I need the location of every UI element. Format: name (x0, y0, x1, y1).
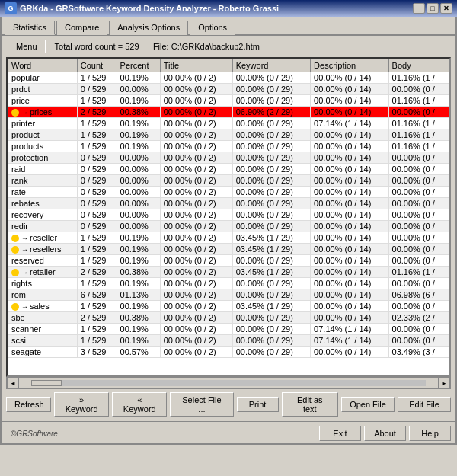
scrollbar-thumb[interactable] (31, 380, 62, 386)
exit-button[interactable]: Exit (319, 426, 361, 441)
cell-word: rom (8, 289, 78, 301)
cell-keyword: 00.00% (0 / 29) (232, 141, 310, 152)
cell-body: 00.00% (0 / (388, 84, 449, 95)
cell-keyword: 00.00% (0 / 29) (232, 72, 310, 84)
scroll-right-button[interactable]: ► (438, 377, 450, 389)
cell-body: 01.16% (1 / (388, 129, 449, 141)
table-row[interactable]: products1 / 52900.19%00.00% (0 / 2)00.00… (8, 141, 449, 152)
about-button[interactable]: About (364, 426, 406, 441)
print-button[interactable]: Print (237, 397, 279, 412)
cell-description: 00.00% (0 / 14) (311, 175, 388, 187)
cell-description: 07.14% (1 / 14) (311, 324, 388, 335)
col-word: Word (8, 59, 78, 72)
cell-count: 3 / 529 (77, 347, 117, 358)
cell-description: 00.00% (0 / 14) (311, 347, 388, 358)
table-row[interactable]: rom6 / 52901.13%00.00% (0 / 2)00.00% (0 … (8, 289, 449, 301)
cell-percent: 00.19% (117, 301, 160, 312)
cell-body: 00.00% (0 / (388, 152, 449, 164)
menu-button[interactable]: Menu (8, 40, 46, 53)
maximize-button[interactable]: □ (427, 3, 439, 14)
data-table-container[interactable]: Word Count Percent Title Keyword Descrip… (6, 57, 451, 377)
tab-options[interactable]: Options (190, 21, 235, 35)
edit-file-button[interactable]: Edit File (398, 397, 451, 412)
tab-compare[interactable]: Compare (56, 21, 107, 35)
table-row[interactable]: →prices2 / 52900.38%00.00% (0 / 2)06.90%… (8, 107, 449, 118)
keyword-icon (11, 235, 19, 242)
cell-word: products (8, 141, 78, 152)
cell-count: 1 / 529 (77, 324, 117, 335)
table-row[interactable]: price1 / 52900.19%00.00% (0 / 2)00.00% (… (8, 95, 449, 107)
cell-keyword: 00.00% (0 / 29) (232, 164, 310, 175)
edit-as-text-button[interactable]: Edit as text (282, 392, 338, 417)
cell-word: seagate (8, 347, 78, 358)
table-row[interactable]: seagate3 / 52900.57%00.00% (0 / 2)00.00%… (8, 347, 449, 358)
cell-title: 00.00% (0 / 2) (160, 244, 232, 255)
title-controls[interactable]: _ □ ✕ (413, 3, 452, 14)
table-row[interactable]: →resellers1 / 52900.19%00.00% (0 / 2)03.… (8, 244, 449, 255)
cell-count: 0 / 529 (77, 209, 117, 221)
table-row[interactable]: redir0 / 52900.00%00.00% (0 / 2)00.00% (… (8, 221, 449, 232)
cell-word: →resellers (8, 244, 78, 255)
cell-count: 1 / 529 (77, 129, 117, 141)
cell-description: 00.00% (0 / 14) (311, 84, 388, 95)
cell-keyword: 00.00% (0 / 29) (232, 129, 310, 141)
cell-title: 00.00% (0 / 2) (160, 347, 232, 358)
cell-count: 1 / 529 (77, 301, 117, 312)
cell-keyword: 00.00% (0 / 29) (232, 278, 310, 289)
minimize-button[interactable]: _ (413, 3, 425, 14)
cell-description: 00.00% (0 / 14) (311, 221, 388, 232)
table-row[interactable]: →retailer2 / 52900.38%00.00% (0 / 2)03.4… (8, 267, 449, 278)
horizontal-scrollbar[interactable]: ◄ ► (6, 377, 451, 389)
table-row[interactable]: rights1 / 52900.19%00.00% (0 / 2)00.00% … (8, 278, 449, 289)
title-bar-left: G GRKda - GRSoftware Keyword Density Ana… (5, 2, 279, 14)
table-row[interactable]: prdct0 / 52900.00%00.00% (0 / 2)00.00% (… (8, 84, 449, 95)
cell-word: reserved (8, 255, 78, 267)
prev-keyword-button[interactable]: « Keyword (112, 392, 167, 417)
tab-analysis-options[interactable]: Analysis Options (109, 21, 188, 35)
cell-description: 00.00% (0 / 14) (311, 152, 388, 164)
table-row[interactable]: rank0 / 52900.00%00.00% (0 / 2)00.00% (0… (8, 175, 449, 187)
cell-title: 00.00% (0 / 2) (160, 72, 232, 84)
table-header-row: Word Count Percent Title Keyword Descrip… (8, 59, 449, 72)
cell-body: 00.00% (0 / (388, 324, 449, 335)
table-row[interactable]: product1 / 52900.19%00.00% (0 / 2)00.00%… (8, 129, 449, 141)
table-row[interactable]: printer1 / 52900.19%00.00% (0 / 2)00.00%… (8, 118, 449, 129)
keyword-arrow-icon: → (21, 303, 28, 311)
select-file-button[interactable]: Select File ... (170, 392, 233, 417)
table-row[interactable]: recovery0 / 52900.00%00.00% (0 / 2)00.00… (8, 209, 449, 221)
open-file-button[interactable]: Open File (341, 397, 395, 412)
table-row[interactable]: scanner1 / 52900.19%00.00% (0 / 2)00.00%… (8, 324, 449, 335)
cell-keyword: 00.00% (0 / 29) (232, 187, 310, 198)
cell-keyword: 00.00% (0 / 29) (232, 335, 310, 347)
cell-percent: 00.00% (117, 187, 160, 198)
cell-body: 00.00% (0 / (388, 209, 449, 221)
table-row[interactable]: →reseller1 / 52900.19%00.00% (0 / 2)03.4… (8, 232, 449, 244)
table-row[interactable]: protection0 / 52900.00%00.00% (0 / 2)00.… (8, 152, 449, 164)
scroll-left-button[interactable]: ◄ (7, 377, 19, 389)
cell-body: 00.00% (0 / (388, 278, 449, 289)
table-row[interactable]: →sales1 / 52900.19%00.00% (0 / 2)03.45% … (8, 301, 449, 312)
next-keyword-button[interactable]: » Keyword (54, 392, 109, 417)
cell-percent: 00.00% (117, 221, 160, 232)
table-row[interactable]: rate0 / 52900.00%00.00% (0 / 2)00.00% (0… (8, 187, 449, 198)
cell-description: 00.00% (0 / 14) (311, 312, 388, 324)
table-row[interactable]: sbe2 / 52900.38%00.00% (0 / 2)00.00% (0 … (8, 312, 449, 324)
table-row[interactable]: reserved1 / 52900.19%00.00% (0 / 2)00.00… (8, 255, 449, 267)
table-row[interactable]: raid0 / 52900.00%00.00% (0 / 2)00.00% (0… (8, 164, 449, 175)
cell-body: 01.16% (1 / (388, 141, 449, 152)
help-button[interactable]: Help (409, 426, 451, 441)
bottom-bar-2: Exit About Help (319, 426, 451, 441)
close-button[interactable]: ✕ (440, 3, 452, 14)
tab-statistics[interactable]: Statistics (5, 21, 55, 35)
cell-keyword: 03.45% (1 / 29) (232, 232, 310, 244)
table-row[interactable]: rebates0 / 52900.00%00.00% (0 / 2)00.00%… (8, 198, 449, 209)
cell-count: 1 / 529 (77, 232, 117, 244)
cell-description: 00.00% (0 / 14) (311, 232, 388, 244)
table-row[interactable]: scsi1 / 52900.19%00.00% (0 / 2)00.00% (0… (8, 335, 449, 347)
keyword-arrow-icon: → (21, 109, 28, 117)
cell-description: 00.00% (0 / 14) (311, 141, 388, 152)
refresh-button[interactable]: Refresh (6, 397, 51, 412)
cell-body: 00.00% (0 / (388, 175, 449, 187)
table-row[interactable]: popular1 / 52900.19%00.00% (0 / 2)00.00%… (8, 72, 449, 84)
cell-word: rights (8, 278, 78, 289)
